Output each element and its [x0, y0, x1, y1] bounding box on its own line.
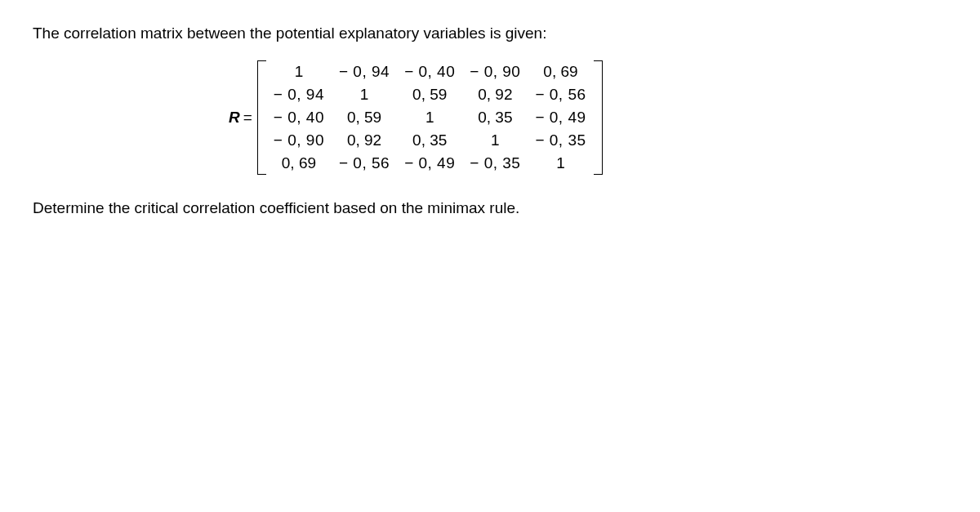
matrix-cell: − 0, 94: [266, 83, 332, 106]
correlation-matrix: 1− 0, 94− 0, 40− 0, 900, 69− 0, 9410, 59…: [266, 60, 594, 175]
matrix-cell: − 0, 90: [266, 129, 332, 152]
matrix-cell: 0, 59: [332, 106, 397, 129]
matrix-cell: 1: [266, 60, 332, 83]
matrix-symbol: R: [229, 109, 240, 127]
matrix-row: − 0, 900, 920, 351− 0, 35: [266, 129, 594, 152]
matrix-cell: 0, 59: [397, 83, 462, 106]
matrix-cell: 0, 35: [462, 106, 528, 129]
matrix-cell: 0, 92: [462, 83, 528, 106]
question-text: Determine the critical correlation coeff…: [33, 199, 947, 217]
matrix-cell: − 0, 40: [397, 60, 462, 83]
matrix-cell: 0, 35: [397, 129, 462, 152]
matrix-row: − 0, 9410, 590, 92− 0, 56: [266, 83, 594, 106]
intro-text: The correlation matrix between the poten…: [33, 24, 947, 42]
matrix-cell: − 0, 49: [397, 152, 462, 175]
matrix-cell: 1: [397, 106, 462, 129]
matrix-cell: − 0, 35: [462, 152, 528, 175]
matrix-equation: R = 1− 0, 94− 0, 40− 0, 900, 69− 0, 9410…: [229, 60, 947, 175]
matrix-cell: − 0, 56: [528, 83, 593, 106]
matrix-row: 1− 0, 94− 0, 40− 0, 900, 69: [266, 60, 594, 83]
matrix-cell: − 0, 40: [266, 106, 332, 129]
matrix-cell: 1: [462, 129, 528, 152]
matrix-brackets: 1− 0, 94− 0, 40− 0, 900, 69− 0, 9410, 59…: [257, 60, 603, 175]
matrix-cell: 1: [528, 152, 593, 175]
matrix-cell: 0, 69: [528, 60, 593, 83]
matrix-cell: 1: [332, 83, 397, 106]
matrix-row: − 0, 400, 5910, 35− 0, 49: [266, 106, 594, 129]
matrix-cell: − 0, 94: [332, 60, 397, 83]
matrix-cell: − 0, 56: [332, 152, 397, 175]
equals-sign: =: [243, 109, 252, 127]
matrix-cell: − 0, 49: [528, 106, 593, 129]
matrix-cell: − 0, 90: [462, 60, 528, 83]
matrix-cell: − 0, 35: [528, 129, 593, 152]
right-bracket: [594, 60, 603, 175]
matrix-cell: 0, 92: [332, 129, 397, 152]
matrix-cell: 0, 69: [266, 152, 332, 175]
matrix-row: 0, 69− 0, 56− 0, 49− 0, 351: [266, 152, 594, 175]
left-bracket: [257, 60, 266, 175]
